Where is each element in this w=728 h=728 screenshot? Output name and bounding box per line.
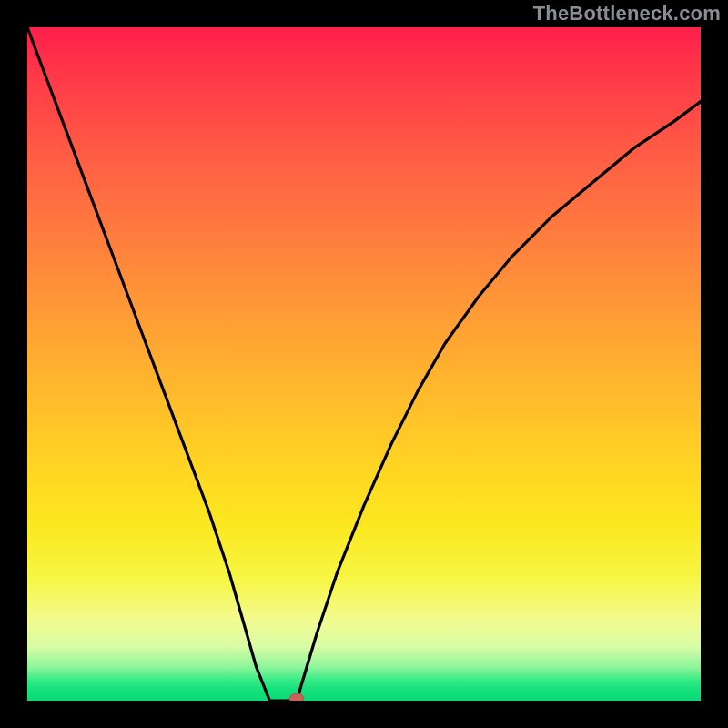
plot-area	[27, 27, 701, 701]
bottleneck-curve	[27, 27, 701, 701]
chart-frame: TheBottleneck.com	[0, 0, 728, 728]
watermark-text: TheBottleneck.com	[533, 2, 721, 25]
valley-marker-icon	[289, 693, 304, 701]
